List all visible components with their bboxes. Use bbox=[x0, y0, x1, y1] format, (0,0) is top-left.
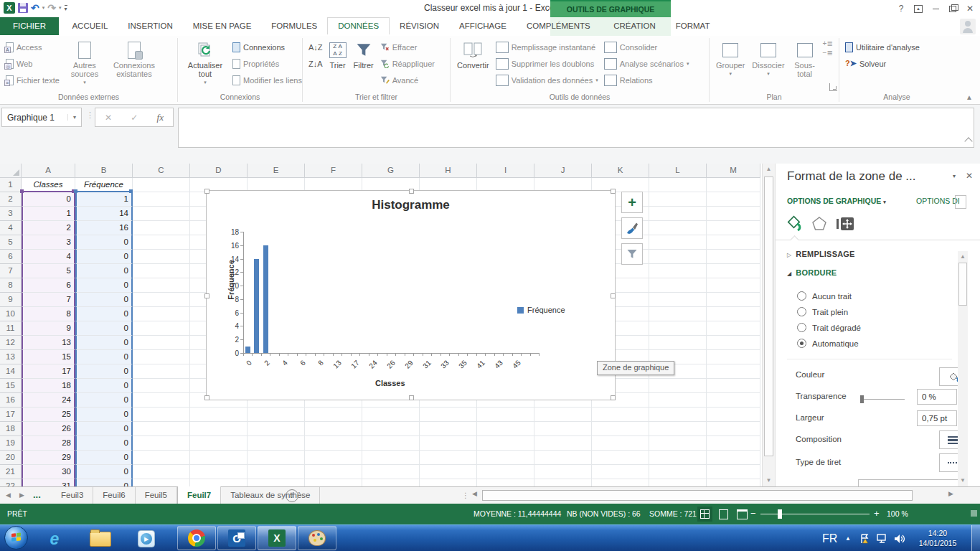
trier-button[interactable]: Z AA Z Trier bbox=[327, 39, 349, 70]
cell-C4[interactable] bbox=[133, 221, 190, 235]
row-header-13[interactable]: 13 bbox=[0, 350, 22, 364]
cell-C19[interactable] bbox=[133, 436, 190, 451]
effects-tab-icon[interactable] bbox=[809, 214, 830, 234]
column-header-M[interactable]: M bbox=[707, 164, 760, 178]
column-header-A[interactable]: A bbox=[22, 164, 75, 178]
proprietes-button[interactable]: Propriétés bbox=[231, 56, 303, 71]
cell-C13[interactable] bbox=[133, 350, 190, 364]
cell-I19[interactable] bbox=[477, 436, 534, 451]
save-icon[interactable] bbox=[18, 3, 28, 13]
action-center-icon[interactable] bbox=[859, 525, 870, 551]
minimize-button[interactable] bbox=[927, 1, 944, 17]
cancel-formula-icon[interactable]: ✕ bbox=[105, 113, 112, 123]
scroll-up-icon[interactable]: ▲ bbox=[763, 164, 775, 175]
cell-M14[interactable] bbox=[707, 364, 760, 379]
chart-title[interactable]: Histogramme bbox=[207, 198, 615, 212]
chart-selection-handle[interactable] bbox=[611, 293, 616, 298]
transparence-field[interactable]: 0 % bbox=[917, 389, 957, 405]
cell-M1[interactable] bbox=[707, 178, 760, 192]
cell-A12[interactable]: 13 bbox=[22, 336, 75, 350]
relations-button[interactable]: Relations bbox=[603, 72, 691, 88]
utilitaire-analyse-button[interactable]: Utilitaire d'analyse bbox=[844, 39, 921, 55]
cell-H19[interactable] bbox=[420, 436, 477, 451]
help-button[interactable]: ? bbox=[892, 1, 910, 17]
filtrer-button[interactable]: Filtrer bbox=[352, 39, 376, 70]
column-header-E[interactable]: E bbox=[248, 164, 305, 178]
cell-L15[interactable] bbox=[649, 379, 707, 393]
horizontal-scroll-thumb[interactable] bbox=[482, 490, 913, 501]
explorer-button[interactable] bbox=[85, 528, 116, 550]
cell-A13[interactable]: 15 bbox=[22, 350, 75, 364]
excel-taskbar-button[interactable]: X bbox=[258, 526, 296, 550]
cell-G17[interactable] bbox=[362, 408, 420, 422]
sheet-tab-feuil7[interactable]: Feuil7 bbox=[177, 486, 221, 504]
hide-detail-icon[interactable]: −≣ bbox=[823, 49, 833, 57]
formula-input[interactable] bbox=[178, 108, 974, 148]
chart-selection-handle[interactable] bbox=[204, 293, 209, 298]
chart-selection-handle[interactable] bbox=[611, 189, 616, 194]
zoom-level[interactable]: 100 % bbox=[887, 509, 908, 518]
row-header-14[interactable]: 14 bbox=[0, 364, 22, 379]
cell-E21[interactable] bbox=[248, 465, 305, 479]
redo-dropdown-icon[interactable]: ▾ bbox=[59, 5, 62, 11]
cell-L20[interactable] bbox=[649, 451, 707, 465]
cell-L6[interactable] bbox=[649, 250, 707, 264]
bar-2[interactable] bbox=[263, 245, 268, 353]
cell-E17[interactable] bbox=[248, 408, 305, 422]
tab-split-handle[interactable]: ⋮ bbox=[462, 487, 470, 504]
tray-show-hidden-icon[interactable]: ▲ bbox=[845, 525, 851, 551]
cell-C22[interactable] bbox=[133, 479, 190, 486]
cell-B21[interactable]: 0 bbox=[75, 465, 133, 479]
cell-L3[interactable] bbox=[649, 207, 707, 221]
chart-filters-button[interactable] bbox=[621, 243, 643, 265]
volume-icon[interactable] bbox=[894, 525, 905, 551]
cell-H18[interactable] bbox=[420, 422, 477, 436]
zoom-slider-thumb[interactable] bbox=[778, 509, 782, 519]
zoom-in-button[interactable]: + bbox=[874, 508, 880, 519]
cell-B13[interactable]: 0 bbox=[75, 350, 133, 364]
tab-données[interactable]: DONNÉES bbox=[327, 17, 390, 34]
cell-H17[interactable] bbox=[420, 408, 477, 422]
sheet-nav-left-icon[interactable]: ◀ bbox=[6, 487, 11, 504]
convertir-button[interactable]: Convertir bbox=[455, 39, 491, 70]
cell-L11[interactable] bbox=[649, 321, 707, 336]
tab-insertion[interactable]: INSERTION bbox=[118, 17, 182, 35]
cell-G19[interactable] bbox=[362, 436, 420, 451]
range-handle[interactable] bbox=[129, 189, 133, 193]
pane-tab-options-texte[interactable]: OPTIONS DI bbox=[916, 197, 960, 205]
restore-button[interactable] bbox=[944, 1, 961, 17]
cell-B15[interactable]: 0 bbox=[75, 379, 133, 393]
cell-A21[interactable]: 30 bbox=[22, 465, 75, 479]
cell-C6[interactable] bbox=[133, 250, 190, 264]
cell-B7[interactable]: 0 bbox=[75, 264, 133, 278]
tab-compléments[interactable]: COMPLÉMENTS bbox=[517, 17, 600, 35]
cell-A2[interactable]: 0 bbox=[22, 192, 75, 207]
cell-M17[interactable] bbox=[707, 408, 760, 422]
cell-H22[interactable] bbox=[420, 479, 477, 486]
select-all-corner[interactable] bbox=[0, 164, 22, 178]
paint-button[interactable] bbox=[298, 526, 336, 550]
validation-donnees-button[interactable]: Validation des données▾ bbox=[494, 72, 600, 88]
cell-B3[interactable]: 14 bbox=[75, 207, 133, 221]
row-header-1[interactable]: 1 bbox=[0, 178, 22, 192]
row-header-7[interactable]: 7 bbox=[0, 264, 22, 278]
chart-object[interactable]: Histogramme Fréquence Classes Fréquence … bbox=[206, 190, 616, 400]
chart-y-axis-title[interactable]: Fréquence bbox=[227, 260, 235, 300]
tab-accueil[interactable]: ACCUEIL bbox=[62, 17, 118, 35]
cell-J17[interactable] bbox=[534, 408, 592, 422]
chart-legend[interactable]: Fréquence bbox=[517, 306, 565, 314]
view-page-break-button[interactable] bbox=[735, 507, 750, 522]
plan-dialog-launcher[interactable] bbox=[829, 83, 837, 91]
dissocier-button[interactable]: Dissocier▾ bbox=[750, 39, 786, 78]
undo-icon[interactable]: ↶ bbox=[31, 2, 39, 14]
chart-styles-button[interactable] bbox=[621, 217, 643, 239]
cell-A3[interactable]: 1 bbox=[22, 207, 75, 221]
cell-B19[interactable]: 0 bbox=[75, 436, 133, 451]
row-header-11[interactable]: 11 bbox=[0, 321, 22, 336]
cell-K22[interactable] bbox=[592, 479, 649, 486]
effacer-button[interactable]: Effacer bbox=[379, 39, 436, 55]
cell-A17[interactable]: 25 bbox=[22, 408, 75, 422]
chart-selection-handle[interactable] bbox=[611, 395, 616, 400]
cell-A15[interactable]: 18 bbox=[22, 379, 75, 393]
cell-E20[interactable] bbox=[248, 451, 305, 465]
